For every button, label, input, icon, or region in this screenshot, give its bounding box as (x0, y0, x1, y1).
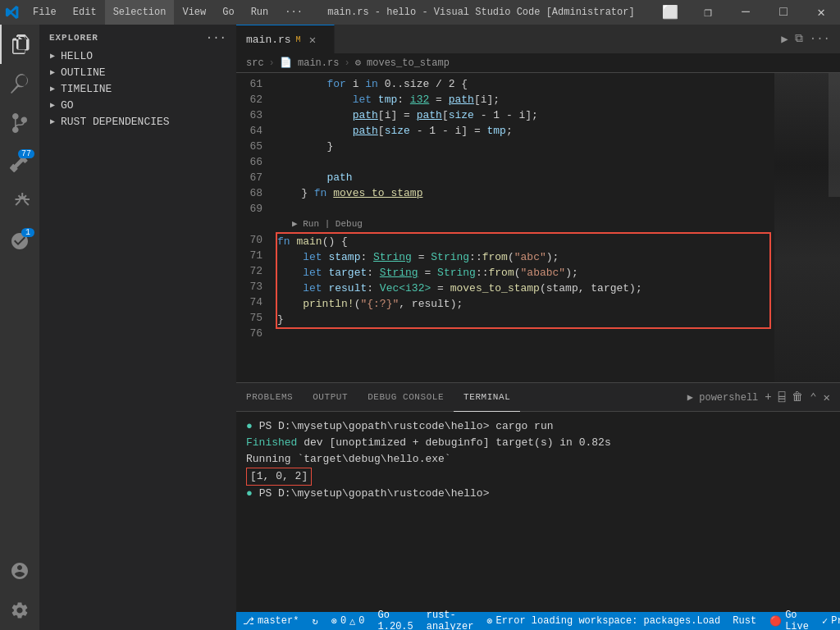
code-line-62: let tmp: i32 = path[i]; (276, 92, 774, 107)
activity-bar: 77 1 (0, 25, 39, 630)
menu-run[interactable]: Run (243, 0, 277, 25)
activity-remote[interactable]: 1 (0, 221, 39, 261)
section-outline-arrow: ▶ (46, 66, 59, 79)
section-hello[interactable]: ▶ HELLO (39, 48, 236, 64)
breadcrumb-function[interactable]: ⚙ moves_to_stamp (355, 57, 450, 69)
status-error-msg[interactable]: ⊗ Error loading workspace: packages.Load… (480, 612, 726, 630)
status-rust-lang[interactable]: Rust (726, 612, 763, 630)
activity-accounts[interactable] (0, 551, 39, 591)
terminal-dot-2: ● (246, 487, 253, 500)
line-num-71: 71 (236, 248, 262, 263)
error-icon: ⊗ (331, 615, 337, 628)
section-outline-label: OUTLINE (61, 66, 106, 79)
menu-go[interactable]: Go (214, 0, 242, 25)
activity-extensions[interactable]: 77 (0, 143, 39, 182)
section-outline[interactable]: ▶ OUTLINE (39, 64, 236, 80)
section-timeline[interactable]: ▶ TIMELINE (39, 80, 236, 97)
rust-lang-label: Rust (733, 615, 756, 627)
titlebar-menu: File Edit Selection View Go Run ··· (25, 0, 311, 25)
split-editor-icon[interactable]: ⧉ (795, 32, 803, 46)
panel-content[interactable]: ● PS D:\mysetup\gopath\rustcode\hello> c… (236, 412, 840, 612)
line-num-67: 67 (236, 170, 262, 185)
activity-bottom (0, 551, 39, 630)
tab-actions: ▶ ⧉ ··· (781, 32, 840, 46)
activity-source-control[interactable] (0, 103, 39, 143)
status-errors[interactable]: ⊗ 0 △ 0 (325, 612, 372, 630)
status-prettier[interactable]: ✓ Prettier (815, 612, 840, 630)
tabs-bar: main.rs M ✕ ▶ ⧉ ··· (236, 25, 840, 53)
section-go-arrow: ▶ (46, 98, 59, 112)
panel-tab-output[interactable]: OUTPUT (303, 383, 358, 412)
window-minimize-button[interactable]: ─ (727, 0, 765, 25)
window-close-button[interactable]: ✕ (802, 0, 840, 25)
section-timeline-arrow: ▶ (46, 82, 59, 95)
panel-tab-debug-console[interactable]: DEBUG CONSOLE (358, 383, 454, 412)
sidebar-more-actions[interactable]: ··· (206, 31, 226, 44)
section-go[interactable]: ▶ GO (39, 97, 236, 113)
menu-view[interactable]: View (174, 0, 214, 25)
split-terminal-icon[interactable]: ⌸ (778, 390, 785, 404)
window-restore-button[interactable]: ❐ (689, 0, 727, 25)
status-git-branch[interactable]: ⎇ master* (236, 612, 305, 630)
more-actions-icon[interactable]: ··· (810, 32, 830, 46)
terminal-line-5: ● PS D:\mysetup\gopath\rustcode\hello> (246, 486, 830, 502)
terminal-line-4: [1, 0, 2] (246, 468, 830, 486)
add-terminal-icon[interactable]: + (765, 390, 771, 404)
code-line-75: } (277, 312, 769, 327)
code-line-69 (276, 201, 774, 217)
code-area[interactable]: for i in 0..size / 2 { let tmp: i32 = pa… (269, 73, 774, 382)
status-refresh[interactable]: ↻ (305, 612, 324, 630)
breadcrumb: src › 📄 main.rs › ⚙ moves_to_stamp (236, 53, 840, 73)
line-num-63: 63 (236, 107, 262, 123)
line-num-70: 70 (236, 232, 262, 248)
menu-more[interactable]: ··· (276, 0, 311, 25)
go-live-icon: 🔴 (769, 615, 782, 628)
line-num-76: 76 (236, 326, 262, 341)
section-go-label: GO (61, 99, 74, 112)
tab-main-rs[interactable]: main.rs M ✕ (236, 25, 335, 53)
activity-explorer[interactable] (0, 25, 39, 64)
sidebar-title: Explorer (49, 33, 98, 43)
breadcrumb-file[interactable]: 📄 main.rs (280, 57, 340, 69)
menu-selection[interactable]: Selection (105, 0, 175, 25)
section-hello-label: HELLO (61, 50, 93, 62)
panel-tab-problems[interactable]: PROBLEMS (236, 383, 303, 412)
panel-tab-terminal[interactable]: TERMINAL (454, 383, 520, 412)
status-go-live[interactable]: 🔴 Go Live (763, 612, 815, 630)
run-debug-label[interactable]: ▶ Run | Debug (276, 217, 774, 232)
line-num-62: 62 (236, 92, 262, 107)
status-rust-analyzer[interactable]: rust-analyzer (420, 612, 481, 630)
status-go-version[interactable]: Go 1.20.5 (372, 612, 420, 630)
tab-filename: main.rs (246, 34, 291, 46)
run-icon[interactable]: ▶ (781, 32, 788, 46)
menu-file[interactable]: File (25, 0, 65, 25)
window-maximize-button[interactable]: □ (765, 0, 802, 25)
terminal-prompt-1: PS D:\mysetup\gopath\rustcode\hello> car… (259, 420, 554, 432)
activity-settings[interactable] (0, 591, 39, 630)
line-num-run (236, 217, 262, 232)
activity-search[interactable] (0, 64, 39, 103)
line-num-61: 61 (236, 76, 262, 92)
breadcrumb-sep1: › (269, 57, 275, 69)
menu-edit[interactable]: Edit (65, 0, 105, 25)
section-rust-dependencies[interactable]: ▶ RUST DEPENDENCIES (39, 113, 236, 130)
titlebar-left: File Edit Selection View Go Run ··· (0, 0, 311, 25)
line-num-66: 66 (236, 154, 262, 170)
maximize-panel-icon[interactable]: ⌃ (810, 390, 816, 404)
terminal-trash-icon[interactable]: 🗑 (792, 390, 803, 404)
activity-debug[interactable] (0, 182, 39, 221)
code-line-68: } fn moves_to_stamp (276, 185, 774, 201)
terminal-line-2: Finished dev [unoptimized + debuginfo] t… (246, 435, 830, 451)
terminal-running: Running `target\debug\hello.exe` (246, 453, 451, 465)
new-terminal-icon[interactable]: ▶ powershell (687, 391, 758, 404)
close-panel-icon[interactable]: ✕ (824, 390, 830, 404)
git-branch-label: master* (258, 615, 299, 627)
warning-count: 0 (358, 615, 364, 627)
status-left: ⎇ master* ↻ ⊗ 0 △ 0 Go 1.20.5 rust-analy… (236, 612, 726, 630)
panel: PROBLEMS OUTPUT DEBUG CONSOLE TERMINAL ▶… (236, 382, 840, 612)
breadcrumb-src[interactable]: src (246, 57, 264, 69)
tab-close-button[interactable]: ✕ (309, 33, 316, 47)
go-version-label: Go 1.20.5 (378, 609, 413, 630)
window-layout-button[interactable]: ⬜ (651, 0, 689, 25)
code-line-76 (276, 329, 774, 345)
